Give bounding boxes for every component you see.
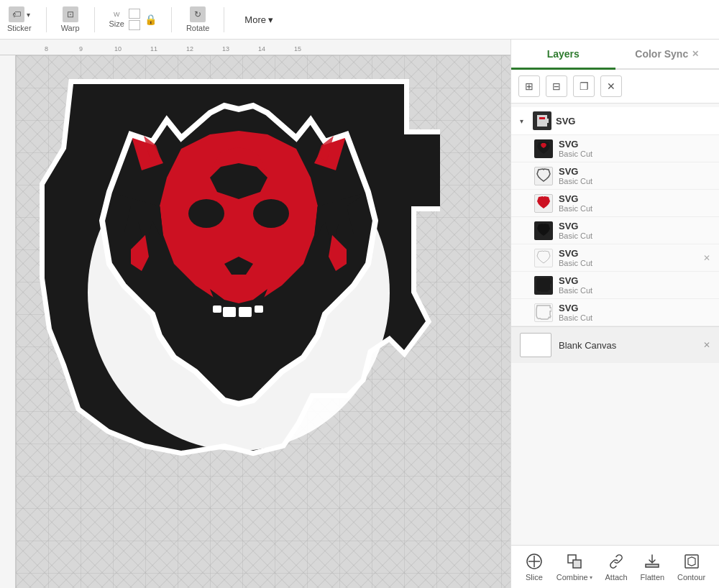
layer-item-4[interactable]: SVG Basic Cut — [511, 217, 719, 244]
layer-5-close-icon: ✕ — [703, 253, 710, 263]
blank-canvas-item[interactable]: Blank Canvas ✕ — [511, 326, 719, 363]
layers-list: ▾ SVG SVG Basic Cut — [511, 104, 719, 545]
size-tool: W Size — [109, 11, 124, 28]
tab-color-sync[interactable]: Color Sync ✕ — [615, 40, 720, 70]
warp-tool[interactable]: ⊡ Warp — [61, 6, 80, 32]
layer-5-name-stack: SVG Basic Cut — [559, 248, 592, 267]
blank-canvas-close-icon[interactable]: ✕ — [703, 340, 710, 350]
layer-4-name: SVG — [559, 221, 592, 231]
layer-item-2[interactable]: SVG Basic Cut — [511, 162, 719, 190]
svg-rect-12 — [646, 564, 659, 567]
svg-rect-5 — [213, 306, 221, 313]
contour-icon — [682, 552, 701, 571]
layer-7-sub: Basic Cut — [559, 313, 592, 322]
layer-6-name-stack: SVG Basic Cut — [559, 275, 592, 295]
ruler-mark-10: 10 — [114, 45, 122, 52]
slice-button[interactable]: Slice — [519, 548, 549, 585]
separator-3 — [171, 7, 172, 32]
svg-point-2 — [253, 199, 289, 228]
layer-7-name-stack: SVG Basic Cut — [559, 303, 592, 322]
wolf-svg — [37, 77, 440, 501]
flatten-button[interactable]: Flatten — [635, 548, 671, 585]
combine-button[interactable]: Combine ▾ — [551, 548, 598, 585]
ruler-top: 8 9 10 11 12 13 14 15 — [0, 40, 510, 55]
layer-4-sub: Basic Cut — [559, 231, 592, 240]
layer-7-name: SVG — [559, 303, 592, 313]
layer-thumb-6 — [534, 276, 553, 295]
layer-thumb-7 — [534, 303, 553, 322]
more-button[interactable]: More ▾ — [239, 12, 279, 28]
more-label: More — [244, 14, 266, 25]
warp-label: Warp — [61, 24, 80, 32]
bottom-toolbar: Slice Combine ▾ Attach — [511, 545, 719, 588]
ruler-mark-11: 11 — [150, 45, 157, 52]
blank-canvas-label: Blank Canvas — [559, 340, 616, 351]
panel-tool-2[interactable]: ⊟ — [546, 75, 567, 97]
sticker-icon: 🏷 — [9, 6, 24, 22]
svg-rect-6 — [255, 306, 263, 313]
sticker-tool[interactable]: 🏷 ▾ Sticker — [7, 6, 32, 32]
attach-label: Attach — [605, 573, 628, 582]
layer-3-sub: Basic Cut — [559, 204, 592, 213]
ruler-mark-14: 14 — [258, 45, 265, 52]
panel-tool-3[interactable]: ❐ — [573, 75, 595, 97]
layer-item-7[interactable]: SVG Basic Cut — [511, 299, 719, 326]
ruler-left — [0, 55, 16, 588]
separator-4 — [224, 7, 224, 32]
right-panel: Layers Color Sync ✕ ⊞ ⊟ ❐ ✕ ▾ SVG — [510, 40, 719, 588]
group-chevron-icon: ▾ — [520, 117, 528, 125]
layer-group-svg[interactable]: ▾ SVG — [511, 107, 719, 135]
layer-thumb-2 — [534, 167, 553, 185]
layer-5-sub: Basic Cut — [559, 259, 592, 267]
top-toolbar: 🏷 ▾ Sticker ⊡ Warp W Size 🔒 ↻ Rotate Mor… — [0, 0, 719, 40]
ruler-mark-12: 12 — [186, 45, 193, 52]
ruler-mark-15: 15 — [294, 45, 301, 52]
combine-icon — [565, 552, 584, 571]
layer-item-1[interactable]: SVG Basic Cut — [511, 135, 719, 162]
panel-tool-1[interactable]: ⊞ — [518, 75, 540, 97]
main-area: 8 9 10 11 12 13 14 15 — [0, 40, 719, 588]
layer-item-6[interactable]: SVG Basic Cut — [511, 272, 719, 299]
layer-item-3[interactable]: SVG Basic Cut — [511, 190, 719, 217]
combine-arrow-icon: ▾ — [590, 574, 592, 581]
rotate-label: Rotate — [186, 24, 209, 32]
svg-rect-4 — [239, 307, 252, 317]
rotate-icon: ↻ — [190, 6, 206, 22]
rotate-tool[interactable]: ↻ Rotate — [186, 6, 209, 32]
layer-thumb-4 — [534, 221, 553, 240]
panel-tool-close[interactable]: ✕ — [600, 75, 622, 97]
layer-4-name-stack: SVG Basic Cut — [559, 221, 592, 240]
group-thumbnail — [533, 111, 551, 130]
canvas-container[interactable] — [16, 55, 510, 588]
layer-thumb-3 — [534, 194, 553, 213]
size-h-field[interactable] — [129, 20, 140, 30]
combine-label: Combine — [557, 573, 588, 582]
warp-icon: ⊡ — [63, 6, 78, 22]
group-name-stack: SVG — [556, 116, 575, 127]
group-name: SVG — [556, 116, 575, 127]
size-w-field[interactable] — [129, 9, 140, 19]
layer-5-name: SVG — [559, 248, 592, 259]
panel-tabs: Layers Color Sync ✕ — [511, 40, 719, 70]
separator-1 — [46, 7, 47, 32]
design-element[interactable] — [37, 77, 440, 501]
svg-point-1 — [188, 199, 224, 228]
layers-tab-label: Layers — [547, 48, 580, 60]
layer-2-sub: Basic Cut — [559, 177, 592, 185]
layer-6-sub: Basic Cut — [559, 286, 592, 295]
layer-2-name-stack: SVG Basic Cut — [559, 166, 592, 185]
attach-button[interactable]: Attach — [600, 548, 633, 585]
layer-3-name: SVG — [559, 193, 592, 204]
layer-item-5[interactable]: SVG Basic Cut ✕ — [511, 244, 719, 272]
flatten-label: Flatten — [641, 573, 665, 582]
more-chevron-icon: ▾ — [268, 14, 273, 25]
contour-button[interactable]: Contour — [672, 548, 711, 585]
layer-thumb-5 — [534, 249, 553, 267]
tab-layers[interactable]: Layers — [511, 40, 615, 70]
separator-2 — [94, 7, 95, 32]
tab-close-icon[interactable]: ✕ — [692, 49, 699, 59]
layer-1-sub: Basic Cut — [559, 150, 592, 158]
blank-canvas-thumbnail — [520, 333, 551, 357]
attach-icon — [607, 552, 626, 571]
layer-thumb-1 — [534, 139, 553, 158]
